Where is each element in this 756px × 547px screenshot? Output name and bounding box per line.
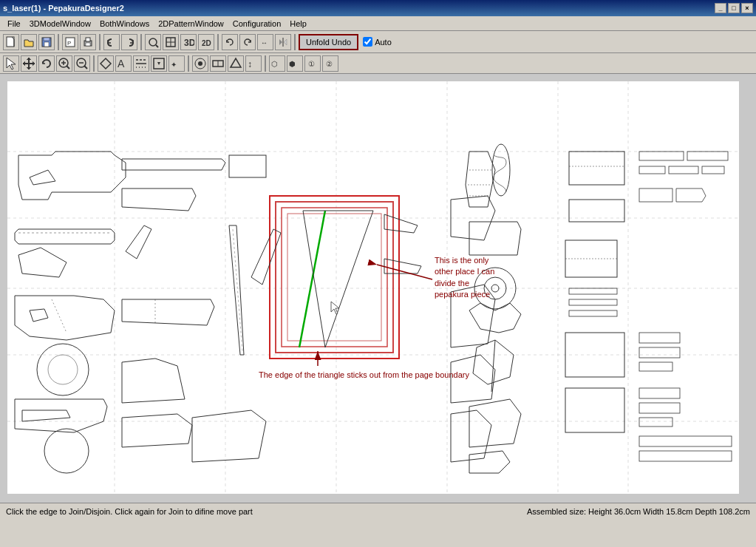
menu-file[interactable]: File xyxy=(3,18,25,30)
separator7 xyxy=(188,55,189,72)
separator2 xyxy=(99,34,101,50)
print-button[interactable] xyxy=(80,34,96,50)
svg-line-64 xyxy=(233,229,242,351)
close-button[interactable]: × xyxy=(741,3,753,13)
unfold-undo-button[interactable]: Unfold Undo xyxy=(299,34,358,50)
tool-b2[interactable]: ✦ xyxy=(168,55,185,72)
separator4 xyxy=(217,34,219,50)
svg-rect-77 xyxy=(669,166,698,174)
maximize-button[interactable]: □ xyxy=(728,3,740,13)
svg-text:⬡: ⬡ xyxy=(271,60,278,68)
rotate-tool[interactable] xyxy=(38,55,55,72)
tool-c3[interactable] xyxy=(228,55,244,72)
menu-2dpatternwindow[interactable]: 2DPatternWindow xyxy=(154,18,228,30)
svg-line-73 xyxy=(491,340,495,392)
svg-line-101 xyxy=(377,265,432,279)
show-cut[interactable] xyxy=(133,55,149,72)
titlebar-buttons: _ □ × xyxy=(715,3,753,13)
scale[interactable]: ↔ xyxy=(257,34,273,50)
statusbar: Click the edge to Join/Disjoin. Click ag… xyxy=(0,503,756,519)
separator8 xyxy=(265,55,266,72)
svg-point-34 xyxy=(198,61,202,66)
svg-rect-74 xyxy=(639,152,684,160)
menu-help[interactable]: Help xyxy=(285,18,311,30)
annotation-triangle-edge: The edge of the triangle sticks out from… xyxy=(259,370,469,381)
unfold-undo-label: Unfold Undo xyxy=(306,38,351,47)
minimize-button[interactable]: _ xyxy=(715,3,726,13)
redo-button[interactable] xyxy=(121,34,137,50)
svg-point-62 xyxy=(44,429,89,473)
tool-d4[interactable]: ② xyxy=(322,55,338,72)
tool-c4[interactable]: ↕ xyxy=(245,55,262,72)
svg-text:↔: ↔ xyxy=(261,39,268,47)
svg-line-57 xyxy=(299,211,325,347)
show-fold-lines[interactable] xyxy=(98,55,114,72)
svg-rect-78 xyxy=(702,166,724,174)
main-canvas-area[interactable]: The edge of the triangle sticks out from… xyxy=(0,74,756,503)
svg-rect-2 xyxy=(44,42,49,47)
select-tool[interactable] xyxy=(3,55,19,72)
svg-rect-3 xyxy=(44,38,50,41)
svg-rect-96 xyxy=(639,436,732,446)
svg-text:✦: ✦ xyxy=(171,61,177,69)
rotate-right[interactable] xyxy=(239,34,256,50)
svg-text:⬢: ⬢ xyxy=(289,60,296,68)
svg-rect-89 xyxy=(565,388,624,432)
svg-line-25 xyxy=(84,66,87,69)
svg-line-10 xyxy=(156,45,158,47)
svg-rect-93 xyxy=(639,388,680,398)
svg-rect-79 xyxy=(639,188,672,202)
show-labels[interactable]: A xyxy=(115,55,132,72)
open-button[interactable] xyxy=(21,34,37,50)
move-tool[interactable] xyxy=(21,55,37,72)
svg-rect-86 xyxy=(569,299,617,305)
svg-line-21 xyxy=(67,66,69,69)
menu-3dmodelwindow[interactable]: 3DModelWindow xyxy=(25,18,95,30)
svg-rect-94 xyxy=(639,403,680,413)
tool2[interactable] xyxy=(163,34,179,50)
new-button[interactable] xyxy=(3,34,19,50)
separator5 xyxy=(294,34,296,50)
svg-rect-88 xyxy=(565,333,624,377)
auto-checkbox[interactable] xyxy=(363,37,372,47)
svg-rect-55 xyxy=(282,208,387,347)
tool1[interactable] xyxy=(145,34,161,50)
mirror[interactable] xyxy=(275,34,291,50)
svg-rect-92 xyxy=(639,362,672,371)
title-text: s_laser(1) - PepakuraDesigner2 xyxy=(3,4,124,13)
svg-rect-53 xyxy=(270,196,399,359)
svg-point-61 xyxy=(48,355,78,384)
undo-button[interactable] xyxy=(103,34,120,50)
zoom-out[interactable] xyxy=(74,55,90,72)
tool-d3[interactable]: ① xyxy=(304,55,321,72)
zoom-in[interactable] xyxy=(56,55,72,72)
tool-c1[interactable] xyxy=(192,55,208,72)
svg-rect-7 xyxy=(86,38,90,41)
menu-configuration[interactable]: Configuration xyxy=(228,18,285,30)
tool4[interactable]: 2D xyxy=(198,34,214,50)
rotate-left[interactable] xyxy=(222,34,238,50)
svg-text:②: ② xyxy=(326,60,333,68)
svg-rect-63 xyxy=(229,155,266,177)
tool3[interactable]: 3D xyxy=(180,34,197,50)
auto-checkbox-container[interactable]: Auto xyxy=(363,37,392,47)
svg-text:↕: ↕ xyxy=(248,59,252,69)
svg-rect-80 xyxy=(569,152,624,185)
menu-bothwindows[interactable]: BothWindows xyxy=(95,18,154,30)
tool-d2[interactable]: ⬢ xyxy=(287,55,303,72)
export-button[interactable]: P xyxy=(62,34,78,50)
svg-point-60 xyxy=(37,344,89,395)
tool-d1[interactable]: ⬡ xyxy=(269,55,285,72)
svg-text:P: P xyxy=(67,40,71,47)
menubar: File 3DModelWindow BothWindows 2DPattern… xyxy=(0,16,756,31)
svg-rect-83 xyxy=(565,240,617,277)
svg-rect-90 xyxy=(639,333,680,343)
save-button[interactable] xyxy=(38,34,55,50)
svg-rect-97 xyxy=(639,451,732,461)
tool-b1[interactable] xyxy=(151,55,167,72)
annotation-divide-piece: This is the onlyother place I candivide … xyxy=(435,255,494,301)
svg-rect-87 xyxy=(569,310,617,316)
svg-rect-95 xyxy=(639,418,672,427)
status-left: Click the edge to Join/Disjoin. Click ag… xyxy=(6,507,253,516)
tool-c2[interactable] xyxy=(210,55,226,72)
